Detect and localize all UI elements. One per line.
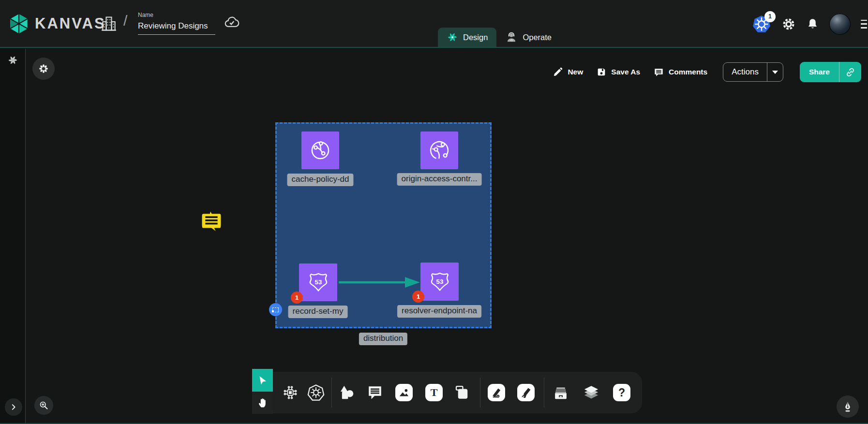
select-tool[interactable] [252,369,273,392]
kubernetes-count-badge: 1 [764,11,776,22]
tab-design-label: Design [463,33,488,42]
save-as-label: Save As [611,68,640,76]
top-header: KANVAS / Name [0,0,868,48]
edge-record-set-to-resolver[interactable] [337,274,422,291]
kubernetes-tool[interactable] [307,383,325,402]
kubernetes-context-button[interactable]: 1 [752,15,771,34]
zoom-in-button[interactable] [34,396,53,415]
edge-pen-tile-icon [488,384,505,401]
actions-dropdown-toggle[interactable] [767,63,783,81]
components-tool[interactable] [282,384,299,401]
kanvas-spiral-icon [447,31,458,43]
header-right-actions: 1 [752,0,868,48]
sidebar-expand-button[interactable] [5,398,22,416]
node-label[interactable]: record-set-my [288,306,348,318]
operator-headset-icon [505,31,518,44]
mode-tabs: Design Operate [438,28,560,47]
note-label-icon [453,384,471,401]
menu-hamburger-icon[interactable] [861,20,867,29]
share-split-button: Share [800,62,861,82]
image-tool[interactable] [395,384,413,401]
node-cache-policy[interactable] [301,132,339,169]
node-record-set[interactable]: 53 [299,263,337,301]
settings-gear-icon[interactable] [781,17,796,31]
design-name-block: Name [138,12,216,35]
svg-text:53: 53 [436,278,443,285]
hand-pan-icon [257,397,269,409]
building-icon[interactable] [100,15,118,33]
comments-button[interactable]: Comments [653,67,707,78]
actions-split-button: Actions [723,62,783,82]
node-resolver-endpoint[interactable]: 53 [420,263,459,301]
kanvas-app: KANVAS / Name [0,0,868,424]
design-pen-button[interactable] [837,395,859,418]
flower-gear-icon [38,63,49,74]
pencil-icon [553,67,563,77]
canvas-comment-marker-icon[interactable] [200,211,223,234]
save-floppy-icon [596,67,607,77]
new-label: New [568,68,583,76]
pointer-tool-column [252,369,273,414]
new-button[interactable]: New [553,67,583,77]
group-label[interactable]: distribution [359,333,407,345]
text-tool[interactable]: T [425,384,443,401]
canvas-menu-button[interactable] [32,58,55,80]
cloud-saved-icon [224,15,240,31]
name-field-label: Name [138,12,216,18]
group-select-icon [272,307,279,312]
tab-operate[interactable]: Operate [496,28,560,47]
toolbar-divider [480,378,480,408]
breadcrumb-separator: / [123,13,127,29]
brand-logo[interactable]: KANVAS [8,13,106,35]
brand-name: KANVAS [35,15,106,32]
image-tile-icon [395,384,413,401]
text-tile-icon: T [425,384,443,401]
layers-tool[interactable] [582,383,601,402]
cursor-arrow-icon [257,375,269,386]
user-avatar[interactable] [829,14,851,35]
toolbar-divider [544,378,544,408]
tab-design[interactable]: Design [438,28,496,47]
freehand-tile-icon [517,384,535,401]
node-label[interactable]: resolver-endpoint-na [397,305,481,318]
toolbar-divider [331,378,332,408]
kanvas-hexagon-icon [8,13,30,35]
route53-shield-icon: 53 [306,270,330,294]
comment-bubble-icon [653,67,664,78]
freehand-draw-tool[interactable] [517,384,535,401]
node-origin-access-control[interactable] [420,132,458,169]
kubernetes-wheel-icon [307,383,325,402]
copy-link-button[interactable] [839,62,861,82]
issue-count-badge[interactable]: 1 [291,292,303,304]
bottom-toolbar: T [273,372,642,413]
meshery-spiral-icon[interactable] [7,55,18,66]
save-as-button[interactable]: Save As [596,67,640,77]
design-name-input[interactable] [138,20,215,35]
comment-tool[interactable] [366,384,384,401]
left-sidebar [0,49,26,423]
group-select-handle[interactable] [269,303,282,316]
notifications-bell-icon[interactable] [806,17,819,30]
route53-shield-icon: 53 [428,270,452,294]
archive-tool[interactable] [552,383,570,402]
link-icon [845,67,855,77]
svg-text:53: 53 [314,278,322,286]
actions-button[interactable]: Actions [723,63,767,81]
help-tool[interactable]: ? [613,384,630,401]
shapes-icon [337,383,356,402]
share-button[interactable]: Share [800,62,839,82]
shapes-tool[interactable] [337,383,356,402]
note-tool[interactable] [453,384,471,401]
issue-count-badge[interactable]: 1 [412,291,424,303]
layers-icon [582,383,601,402]
edge-pen-tool[interactable] [488,384,505,401]
zoom-in-magnifier-icon [39,400,49,410]
canvas-action-bar: New Save As Comments Actions Share [539,62,861,82]
caret-down-icon [772,71,778,74]
pen-nib-icon [842,401,853,412]
node-label[interactable]: origin-access-contr... [397,173,482,186]
node-label[interactable]: cache-policy-dd [287,174,353,186]
chevron-right-icon [9,403,18,411]
cloudfront-cache-policy-icon [308,138,333,163]
pan-tool[interactable] [252,392,273,414]
